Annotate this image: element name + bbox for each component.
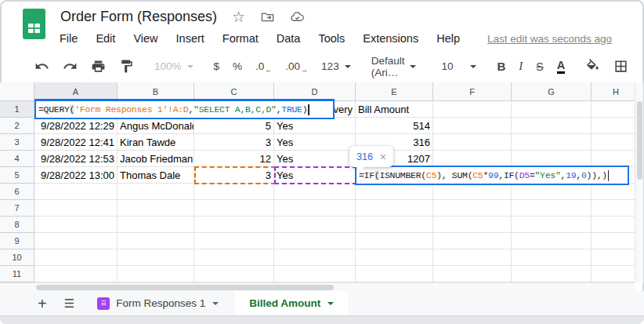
cell[interactable] [34,200,118,217]
cell[interactable] [194,266,274,282]
horizontal-scrollbar-thumb[interactable] [36,285,334,290]
cell[interactable] [356,200,433,217]
cell-b4[interactable]: Jacob Friedman [118,151,194,167]
row-header-8[interactable]: 8 [0,217,34,233]
cell[interactable] [356,266,433,282]
cell-e5-formula-editor[interactable]: =IF(ISNUMBER(C5), SUM(C5*99,IF(D5="Yes",… [355,166,629,185]
add-sheet-button[interactable]: + [38,296,47,311]
cell[interactable] [433,249,512,266]
cell[interactable] [512,266,592,282]
cell[interactable] [433,266,512,282]
doc-title[interactable]: Order Form (Responses) [60,9,217,25]
cell-a5[interactable]: 9/28/2022 13:00 [34,167,118,184]
row-header-11[interactable]: 11 [0,266,34,282]
bold-button[interactable]: B [497,60,505,73]
cell[interactable] [592,200,641,217]
cell-c2[interactable]: 5 [194,118,274,134]
tab-form-responses-1[interactable]: ☰ Form Responses 1 [85,291,230,315]
cell-f3[interactable] [433,134,512,151]
move-to-folder-icon[interactable] [260,9,275,24]
cell[interactable] [433,200,512,217]
cell[interactable] [274,217,356,233]
cell[interactable] [512,184,592,200]
cell[interactable] [118,266,194,282]
cell[interactable] [194,217,274,233]
percent-format-button[interactable]: % [233,60,242,72]
cell[interactable] [274,266,356,282]
row-header-2[interactable]: 2 [0,118,34,134]
cell-d3[interactable]: Yes [274,134,356,151]
cell[interactable] [194,249,274,266]
star-icon[interactable]: ☆ [232,9,245,24]
cell[interactable] [34,217,118,233]
row-header-6[interactable]: 6 [0,184,34,200]
menu-extensions[interactable]: Extensions [363,32,418,45]
strikethrough-button[interactable]: S [536,60,543,73]
cell-g4[interactable] [512,151,592,167]
cell-b2[interactable]: Angus McDonald [118,118,194,134]
row-header-10[interactable]: 10 [0,249,34,266]
font-family-select[interactable]: Default (Ari… [371,55,417,78]
cell[interactable] [118,200,194,217]
cell[interactable] [194,184,274,200]
cell[interactable] [433,217,512,233]
cell[interactable] [274,249,356,266]
cell-h1[interactable] [592,101,641,118]
cell-d4[interactable]: Yes [274,151,356,167]
cell[interactable] [356,233,433,249]
print-button[interactable] [91,59,106,74]
row-header-7[interactable]: 7 [0,200,34,217]
cell[interactable] [512,200,592,217]
cell[interactable] [592,249,641,266]
sheets-logo[interactable] [23,9,45,39]
cell-a3[interactable]: 9/28/2022 12:41 [34,134,118,151]
undo-button[interactable] [34,59,49,74]
column-header-g[interactable]: G [512,82,592,101]
cell[interactable] [433,233,512,249]
last-edit-link[interactable]: Last edit was seconds ago [487,33,612,45]
cell[interactable] [356,217,433,233]
cell[interactable] [34,249,118,266]
cell[interactable] [118,217,194,233]
cell[interactable] [34,184,118,200]
vertical-scrollbar[interactable] [635,82,643,282]
cell[interactable] [356,249,433,266]
cell-d2[interactable]: Yes [274,118,356,134]
cell-g1[interactable] [512,101,592,118]
cell-a1-formula-editor[interactable]: =QUERY('Form Responses 1'!A:D,"SELECT A,… [34,100,335,119]
menu-file[interactable]: File [60,32,78,45]
menu-view[interactable]: View [133,32,157,45]
cell[interactable] [194,200,274,217]
chevron-down-icon[interactable] [327,302,334,305]
cell[interactable] [592,217,641,233]
cell-a4[interactable]: 9/28/2022 12:53 [34,151,118,167]
cell[interactable] [118,233,194,249]
cell-b5[interactable]: Thomas Dale [118,167,194,184]
chevron-down-icon[interactable] [212,302,219,305]
cell[interactable] [356,184,433,200]
cell[interactable] [34,266,118,282]
cell[interactable] [274,184,356,200]
tab-billed-amount[interactable]: Billed Amount [235,291,348,315]
menu-data[interactable]: Data [277,32,301,45]
row-header-5[interactable]: 5 [0,167,34,184]
currency-format-button[interactable]: $ [214,60,220,72]
cell-f4[interactable] [433,151,512,167]
cell-a2[interactable]: 9/28/2022 12:29 [34,118,118,134]
cell-h4[interactable] [592,151,641,167]
cell-h3[interactable] [592,134,641,151]
cell-h2[interactable] [592,118,641,134]
cell[interactable] [512,249,592,266]
menu-tools[interactable]: Tools [318,32,345,45]
cell[interactable] [274,200,356,217]
cell[interactable] [592,233,641,249]
column-header-f[interactable]: F [433,82,512,101]
row-header-3[interactable]: 3 [0,134,34,151]
vertical-scrollbar-thumb[interactable] [637,101,642,180]
menu-format[interactable]: Format [223,32,259,45]
italic-button[interactable]: I [519,60,523,73]
row-header-4[interactable]: 4 [0,151,34,167]
cell[interactable] [512,233,592,249]
text-color-button[interactable]: A [557,60,565,74]
cell-e1[interactable]: Bill Amount [356,101,433,118]
